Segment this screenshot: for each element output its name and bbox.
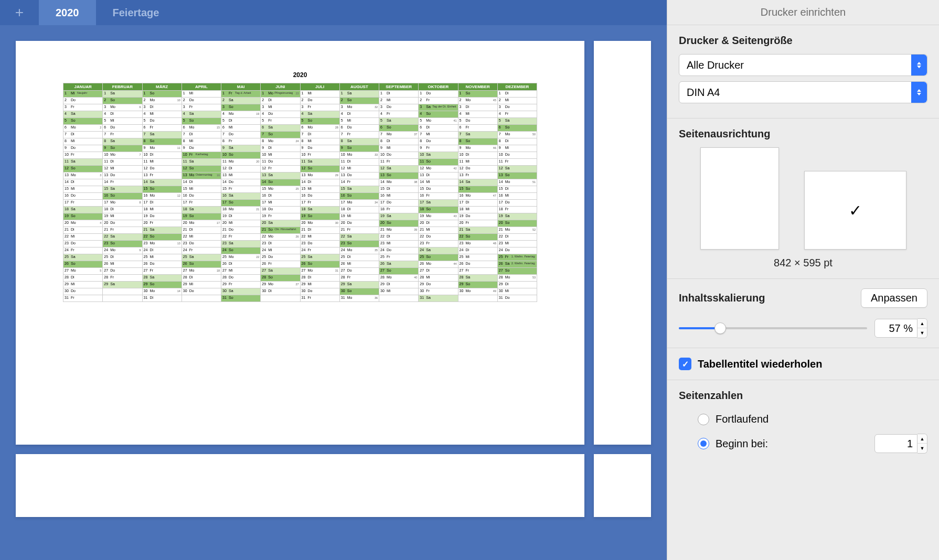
repeat-titles-checkbox[interactable]: ✓	[679, 358, 691, 370]
calendar-table: JANUARFEBRUARMÄRZAPRILMAIJUNIJULIAUGUSTS…	[63, 83, 537, 302]
scale-slider[interactable]	[679, 327, 867, 329]
chevron-updown-icon	[911, 82, 927, 103]
preview-page-4	[594, 454, 651, 517]
radio-continuous-label: Fortlaufend	[716, 413, 769, 425]
orientation-portrait-button[interactable]	[700, 147, 779, 250]
orientation-label: Seitenausrichtung	[679, 128, 927, 140]
chevron-updown-icon	[911, 55, 927, 76]
radio-continuous[interactable]	[698, 414, 709, 425]
tab-2020[interactable]: 2020	[39, 0, 96, 25]
start-at-input[interactable]	[874, 434, 917, 453]
inspector-panel: Drucker einrichten Drucker & Seitengröße…	[667, 0, 939, 560]
print-preview-area: 2020 JANUARFEBRUARMÄRZAPRILMAIJUNIJULIAU…	[0, 25, 667, 560]
repeat-titles-label: Tabellentitel wiederholen	[698, 358, 822, 370]
printer-value: Alle Drucker	[687, 59, 744, 71]
page-numbers-label: Seitenzahlen	[679, 390, 927, 402]
page-dimensions: 842 × 595 pt	[679, 257, 927, 269]
scale-input[interactable]	[874, 319, 917, 338]
preview-page-2	[594, 41, 651, 445]
check-icon: ✓	[849, 201, 862, 220]
scaling-section: Inhaltsskalierung Anpassen ▲▼	[667, 279, 939, 348]
start-at-stepper[interactable]: ▲▼	[917, 434, 927, 454]
tab-bar: + 2020 Feiertage	[0, 0, 667, 25]
add-tab-button[interactable]: +	[0, 0, 39, 25]
slider-thumb[interactable]	[714, 322, 726, 334]
radio-start-at[interactable]	[698, 438, 709, 449]
preview-page-1: 2020 JANUARFEBRUARMÄRZAPRILMAIJUNIJULIAU…	[16, 41, 584, 445]
page-numbers-section: Seitenzahlen Fortlaufend Beginn bei: ▲▼	[667, 380, 939, 467]
paper-value: DIN A4	[687, 87, 720, 99]
tab-feiertage[interactable]: Feiertage	[96, 0, 176, 25]
preview-pane: + 2020 Feiertage 2020 JANUARFEBRUARMÄRZA…	[0, 0, 667, 560]
printer-section-label: Drucker & Seitengröße	[679, 35, 927, 47]
printer-select[interactable]: Alle Drucker	[679, 54, 927, 76]
repeat-titles-section: ✓ Tabellentitel wiederholen	[667, 348, 939, 380]
preview-page-3	[16, 454, 584, 517]
panel-title: Drucker einrichten	[667, 0, 939, 25]
printer-section: Drucker & Seitengröße Alle Drucker DIN A…	[667, 25, 939, 119]
scale-stepper[interactable]: ▲▼	[917, 318, 927, 338]
radio-start-at-label: Beginn bei:	[716, 438, 768, 450]
paper-select[interactable]: DIN A4	[679, 81, 927, 103]
fit-button[interactable]: Anpassen	[861, 288, 927, 308]
orientation-landscape-button[interactable]: ✓	[804, 171, 906, 250]
scaling-label: Inhaltsskalierung	[679, 292, 765, 304]
orientation-section: Seitenausrichtung ✓ 842 × 595 pt	[667, 119, 939, 279]
calendar-title: 2020	[63, 71, 537, 79]
